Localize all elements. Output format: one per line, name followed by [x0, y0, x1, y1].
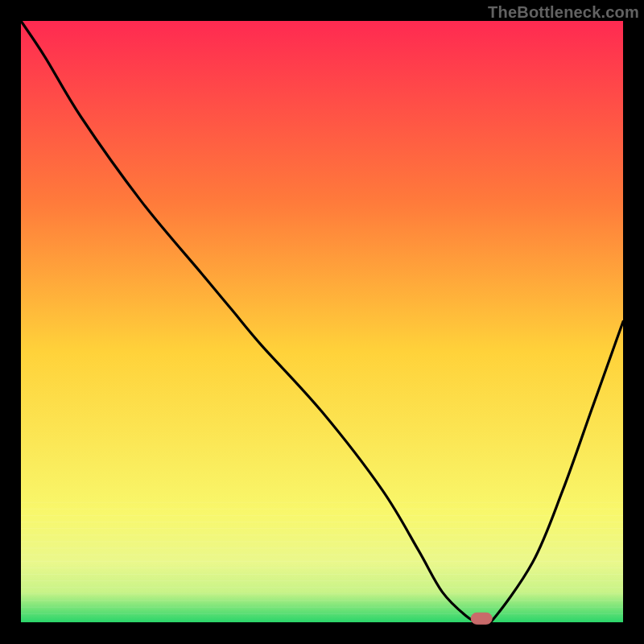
band-line — [21, 548, 623, 549]
band-line — [21, 587, 623, 588]
band-line — [21, 502, 623, 503]
band-line — [21, 568, 623, 568]
stage: TheBottleneck.com — [0, 0, 644, 644]
band-line — [21, 528, 623, 529]
bottleneck-chart — [0, 0, 644, 644]
band-line — [21, 607, 623, 608]
band-line — [21, 535, 623, 535]
band-line — [21, 601, 623, 601]
optimal-marker — [471, 613, 492, 624]
band-line — [21, 555, 623, 555]
gradient-background — [21, 21, 623, 622]
band-line — [21, 509, 623, 510]
band-line — [21, 593, 623, 594]
band-line — [21, 613, 623, 614]
band-line — [21, 541, 623, 542]
band-line — [21, 574, 623, 575]
band-line — [21, 580, 623, 581]
band-line — [21, 515, 623, 516]
band-line — [21, 522, 623, 522]
watermark-text: TheBottleneck.com — [488, 3, 639, 22]
